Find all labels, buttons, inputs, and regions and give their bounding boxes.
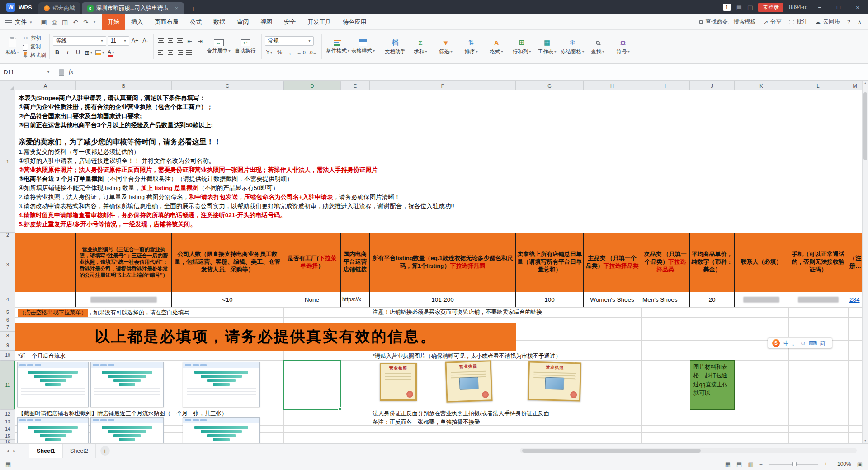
menu-tab-开始[interactable]: 开始 [102,14,125,30]
font-name-select[interactable]: 等线▾ [53,36,106,46]
menu-tab-审阅[interactable]: 审阅 [231,14,255,30]
underline-button[interactable]: U [74,48,83,57]
header-cell-G2[interactable]: 卖家线上所有店铺总日单量（请填写所有平台日单量总和） [516,233,584,292]
business-license-image[interactable]: 营业执照 [380,363,417,401]
selected-cell-D11[interactable] [283,360,341,410]
table-style-button[interactable]: 表格样式▾ [350,32,376,62]
header-cell-C2[interactable]: 公司人数（限直接支持电商业务员工数量，包括运营、客服、编辑、美工、仓管发货人员、… [172,233,283,292]
required-fields-banner-cell[interactable]: 以上都是必填项，请务必提供真实有效的信息。 [15,323,516,351]
add-sheet-button[interactable]: + [100,446,110,456]
new-document-tab-button[interactable]: + [188,4,199,14]
vertical-scrollbar[interactable]: ▲ ▼ [862,81,868,443]
column-header-F[interactable]: F [370,81,516,90]
header-cell-B2[interactable]: 营业执照编号（三证合一前的营业执照，请填写“注册号”；三证合一后的营业执照，请填… [76,233,172,292]
decrease-indent-button[interactable]: ⇤ [185,36,194,45]
wrap-text-button[interactable]: ↩ 自动换行 [233,32,258,62]
share-button[interactable]: ↗ 分享 [763,18,781,26]
header-cell-A2[interactable] [15,233,76,292]
undo-icon[interactable]: ↶ [73,19,78,25]
horizontal-scrollbar-thumb[interactable] [522,449,701,453]
number-format-select[interactable]: 常规▾ [265,36,314,46]
menu-tab-公式[interactable]: 公式 [184,14,208,30]
help-button[interactable]: ? [847,19,850,25]
redo-icon[interactable]: ↷ [83,19,89,25]
font-size-select[interactable]: 11▾ [108,36,129,46]
fit-window-icon[interactable]: ▣ [857,461,863,468]
toolbar-button-排序[interactable]: ⇅排序▾ [458,38,484,55]
layout-switch-icon[interactable]: ◫ [747,4,753,11]
column-header-I[interactable]: I [641,81,690,90]
toolbar-button-文档助手[interactable]: 档文档助手 [382,38,408,55]
menu-tab-安全[interactable]: 安全 [278,14,302,30]
column-header-E[interactable]: E [341,81,370,90]
menu-tab-插入[interactable]: 插入 [125,14,149,30]
increase-indent-button[interactable]: ⇥ [196,36,205,45]
horizontal-scrollbar[interactable] [520,448,857,453]
bold-button[interactable]: B [53,48,62,57]
cell-M4[interactable]: 284 [848,292,862,307]
row-header-7[interactable]: 7 [0,323,15,332]
paste-button[interactable]: 粘贴▾ [2,38,23,56]
align-middle-icon[interactable] [166,37,175,44]
decrease-decimal-button[interactable]: .0→ [308,48,318,57]
italic-button[interactable]: I [63,48,72,57]
cut-button[interactable]: ✂剪切 [23,34,46,42]
font-color-button[interactable]: A▾ [106,48,115,57]
vertical-scrollbar-thumb[interactable] [863,92,867,160]
store-backend-screenshot[interactable] [183,417,260,443]
save-icon[interactable]: ▣ [41,19,47,25]
ime-item-2[interactable]: ☺ [800,340,806,347]
name-box[interactable]: D11 ▾ [0,64,53,80]
header-cell-L2[interactable]: 手机（可以正常通话的，否则无法接收验证码） [788,233,848,292]
header-cell-M2[interactable]: （注册… [848,233,862,292]
select-all-corner[interactable] [0,81,15,90]
column-header-C[interactable]: C [172,81,283,90]
row-header-4[interactable]: 4 [0,292,15,307]
wps-logo[interactable]: W WPS [0,3,38,12]
cell-E4[interactable]: https://x [341,292,370,307]
increase-font-button[interactable]: A+ [131,36,140,45]
conditional-format-button[interactable]: 条件格式▾ [325,32,350,62]
row-header-13[interactable]: 13 [0,418,15,425]
toolbar-button-查找[interactable]: 查找▾ [585,38,610,55]
login-status-button[interactable]: 未登录 [758,3,783,12]
cloud-sync-button[interactable]: ☁ 云同步 [815,18,840,26]
toolbar-button-格式[interactable]: A格式▾ [484,38,509,55]
header-cell-K2[interactable]: 联系人（必填） [735,233,788,292]
insert-function-icon[interactable]: fx [69,68,73,76]
sheet-tab-Sheet1[interactable]: Sheet1 [29,444,63,458]
column-header-D[interactable]: D [283,81,341,90]
align-top-icon[interactable] [157,37,165,44]
header-cell-J2[interactable]: 平均商品单价，纯数字（币种：美金） [690,233,735,292]
comment-button[interactable]: 批注 [789,18,808,26]
prev-sheet-icon[interactable]: ◂ [6,448,9,454]
scroll-up-icon[interactable]: ▲ [863,81,868,86]
cell-D4[interactable]: None [283,292,341,307]
header-cell-D2[interactable]: 是否有工厂(下拉菜单选择） [283,233,341,292]
page-layout-view-icon[interactable]: ▤ [736,461,742,468]
comma-format-button[interactable]: , [286,48,295,57]
store-backend-screenshot[interactable] [90,417,164,443]
cell-F4[interactable]: 101-200 [370,292,516,307]
fill-color-button[interactable]: ▾ [94,48,105,57]
business-license-image[interactable]: 营业执照 [445,360,492,403]
ime-item-4[interactable]: 简 [820,340,826,347]
header-cell-E2[interactable]: 国内电商平台运营店铺链接 [341,233,370,292]
align-right-icon[interactable] [176,49,184,56]
increase-decimal-button[interactable]: ←.0 [296,48,307,57]
cell-G4[interactable]: 100 [516,292,584,307]
toolbar-button-冻结窗格[interactable]: ❄冻结窗格▾ [560,38,585,55]
customize-toolbar-icon[interactable]: ▾ [94,20,96,24]
header-cell-I2[interactable]: 次品类 （只填一个品类）下拉选择品类 [641,233,690,292]
print-preview-icon[interactable]: ◫ [62,19,68,25]
zoom-slider[interactable] [769,464,818,465]
ime-item-0[interactable]: 中 [783,340,789,347]
skin-icon[interactable]: ▤ [736,4,742,11]
borders-button[interactable]: ⊞▾ [84,48,94,57]
zoom-slider-thumb[interactable] [792,462,797,466]
sheet-tab-Sheet2[interactable]: Sheet2 [63,444,96,458]
sogou-logo-icon[interactable]: S [772,339,780,347]
minimize-button[interactable]: − [813,4,826,11]
row-header-11[interactable]: 11 [0,360,15,410]
copy-button[interactable]: 复制 [23,43,46,51]
